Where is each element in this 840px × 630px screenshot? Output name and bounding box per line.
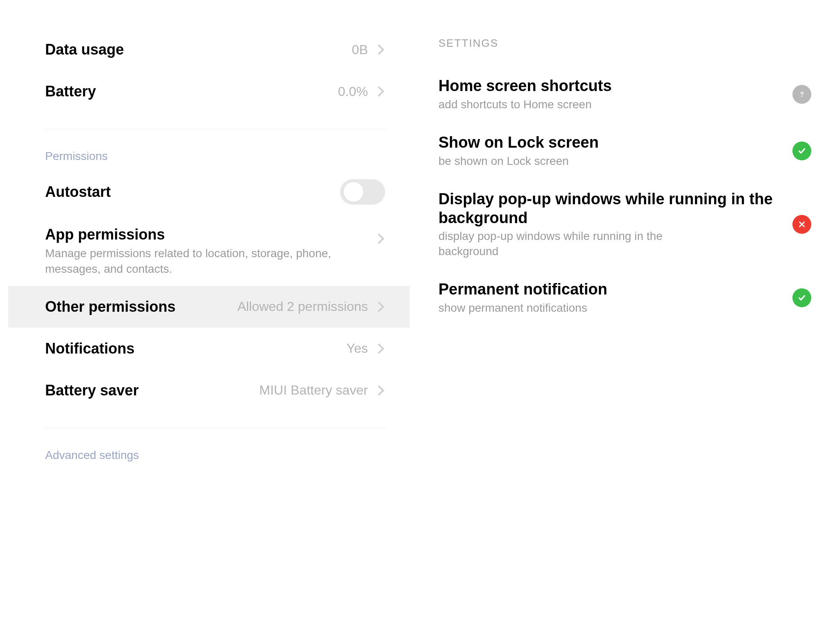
perm-title: Show on Lock screen: [438, 133, 780, 152]
row-battery-saver[interactable]: Battery saver MIUI Battery saver: [8, 370, 410, 411]
row-autostart[interactable]: Autostart: [8, 167, 410, 217]
app-info-panel: Data usage 0B Battery 0.0% Permissions A…: [0, 0, 410, 630]
app-permissions-sub: Manage permissions related to location, …: [45, 246, 340, 277]
data-usage-title: Data usage: [45, 41, 352, 58]
chevron-right-icon: [374, 233, 384, 244]
row-other-permissions[interactable]: Other permissions Allowed 2 permissions: [8, 286, 410, 328]
perm-row-lock-screen[interactable]: Show on Lock screen be shown on Lock scr…: [422, 123, 824, 179]
chevron-right-icon: [374, 343, 384, 354]
other-permissions-value: Allowed 2 permissions: [237, 299, 368, 314]
row-data-usage[interactable]: Data usage 0B: [8, 29, 410, 71]
data-usage-value: 0B: [352, 42, 368, 57]
chevron-right-icon: [374, 86, 384, 96]
perm-sub: add shortcuts to Home screen: [438, 97, 780, 112]
app-root: Data usage 0B Battery 0.0% Permissions A…: [0, 0, 840, 630]
checkmark-icon: [792, 142, 811, 160]
perm-title: Display pop-up windows while running in …: [438, 190, 780, 227]
checkmark-icon: [792, 288, 811, 307]
perm-title: Home screen shortcuts: [438, 77, 780, 96]
perm-sub: show permanent notifications: [438, 301, 780, 315]
perm-row-permanent-notification[interactable]: Permanent notification show permanent no…: [422, 269, 824, 326]
row-battery[interactable]: Battery 0.0%: [8, 71, 410, 112]
advanced-section-header: Advanced settings: [8, 428, 410, 466]
svg-point-0: [801, 96, 803, 97]
autostart-toggle[interactable]: [340, 179, 385, 205]
question-mark-icon: [792, 85, 811, 104]
notifications-value: Yes: [347, 341, 368, 356]
toggle-knob: [344, 182, 363, 202]
chevron-right-icon: [374, 385, 384, 395]
autostart-title: Autostart: [45, 183, 340, 201]
perm-sub: display pop-up windows while running in …: [438, 229, 701, 259]
battery-value: 0.0%: [338, 84, 368, 99]
perm-title: Permanent notification: [438, 280, 780, 299]
perm-sub: be shown on Lock screen: [438, 154, 780, 169]
x-icon: [792, 215, 811, 234]
perm-row-popup-background[interactable]: Display pop-up windows while running in …: [422, 179, 824, 269]
permissions-section-header: Permissions: [8, 129, 410, 167]
perm-row-home-shortcuts[interactable]: Home screen shortcuts add shortcuts to H…: [422, 66, 824, 123]
chevron-right-icon: [374, 301, 384, 312]
settings-header: SETTINGS: [422, 29, 824, 66]
chevron-right-icon: [374, 44, 384, 55]
notifications-title: Notifications: [45, 340, 347, 357]
other-permissions-title: Other permissions: [45, 298, 176, 315]
battery-title: Battery: [45, 83, 338, 100]
app-permissions-title: App permissions: [45, 226, 375, 243]
battery-saver-title: Battery saver: [45, 382, 259, 399]
battery-saver-value: MIUI Battery saver: [259, 383, 368, 398]
other-permissions-panel: SETTINGS Home screen shortcuts add short…: [410, 0, 840, 630]
row-notifications[interactable]: Notifications Yes: [8, 328, 410, 370]
row-app-permissions[interactable]: App permissions Manage permissions relat…: [8, 217, 410, 286]
